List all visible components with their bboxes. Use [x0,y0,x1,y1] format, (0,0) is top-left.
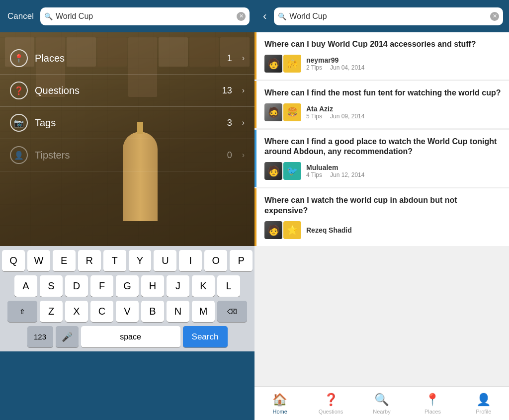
key-j[interactable]: J [167,275,189,297]
key-t[interactable]: T [103,250,126,271]
tips-count: 5 Tips [306,113,322,120]
key-h[interactable]: H [141,275,164,297]
home-icon: 🏠 [272,393,287,407]
questions-tab-icon: ❓ [324,393,339,407]
result-meta: 🧑 🙌 neymar99 2 Tips Jun 04, 2014 [264,55,501,73]
key-r[interactable]: R [78,250,101,271]
result-item[interactable]: Where can I find the most fun tent for w… [254,81,509,128]
key-x[interactable]: X [65,301,88,322]
right-search-bar[interactable]: 🔍 ✕ [274,7,503,25]
search-button[interactable]: Search [183,326,228,347]
tab-questions[interactable]: ❓ Questions [305,393,356,415]
keyboard: Q W E R T Y U I O P A S D F G H J K L ⇧ … [0,246,254,351]
avatar-badge: 🐦 [283,162,301,180]
key-p[interactable]: P [230,250,253,271]
key-w[interactable]: W [27,250,50,271]
avatar-pair: 🧔 🍔 [264,103,301,121]
result-stats: 2 Tips Jun 04, 2014 [306,64,364,71]
key-e[interactable]: E [53,250,76,271]
key-k[interactable]: K [192,275,215,297]
result-username: Mulualem [306,164,364,171]
tipsters-icon: 👤 [10,146,28,164]
result-username: neymar99 [306,56,364,64]
key-v[interactable]: V [116,301,139,322]
result-question: Where can I find the most fun tent for w… [264,88,501,98]
key-n[interactable]: N [167,301,189,322]
key-u[interactable]: U [154,250,176,271]
result-item[interactable]: Where can I find a good place to watch t… [254,130,509,187]
key-shift[interactable]: ⇧ [7,301,37,322]
key-mic[interactable]: 🎤 [56,326,79,347]
key-a[interactable]: A [14,275,37,297]
category-places[interactable]: 📍 Places 1 › [0,42,254,75]
tab-nearby[interactable]: 🔍 Nearby [356,393,407,415]
key-num[interactable]: 123 [27,326,53,347]
tags-count: 3 [227,118,232,128]
result-date: Jun 12, 2014 [330,171,364,178]
places-label: Places [35,53,220,64]
questions-count: 13 [222,85,232,96]
key-b[interactable]: B [141,301,164,322]
questions-arrow: › [242,86,245,95]
right-panel: ‹ 🔍 ✕ Where can I buy World Cup 2014 acc… [254,0,509,420]
tab-profile[interactable]: 👤 Profile [458,393,509,415]
keyboard-row-3: ⇧ Z X C V B N M ⌫ [2,301,253,322]
places-icon: 📍 [10,49,28,67]
questions-tab-label: Questions [319,409,343,415]
results-list: Where can I buy World Cup 2014 accessori… [254,32,509,386]
right-search-input[interactable] [289,12,487,21]
result-info: Ata Aziz 5 Tips Jun 09, 2014 [306,105,364,120]
key-z[interactable]: Z [40,301,63,322]
nearby-icon: 🔍 [374,393,389,407]
tipsters-arrow: › [242,151,245,160]
result-question: Where can I buy World Cup 2014 accessori… [264,39,501,50]
result-username: Ata Aziz [306,105,364,113]
result-meta: 🧑 🐦 Mulualem 4 Tips Jun 12, 2014 [264,162,501,180]
avatar-pair: 🧑 🙌 [264,55,301,73]
category-tipsters: 👤 Tipsters 0 › [0,139,254,171]
result-item[interactable]: Where can I watch the world cup in abdou… [254,188,509,246]
key-q[interactable]: Q [2,250,25,271]
category-tags[interactable]: 📷 Tags 3 › [0,107,254,139]
home-label: Home [273,409,287,415]
left-search-input[interactable] [56,12,234,21]
places-arrow: › [242,54,245,63]
tab-home[interactable]: 🏠 Home [254,393,305,415]
avatar-user: 🧔 [264,103,282,121]
avatar-user: 🧑 [264,55,282,73]
result-info: neymar99 2 Tips Jun 04, 2014 [306,56,364,71]
search-icon: 🔍 [44,12,53,20]
categories-overlay: 📍 Places 1 › ❓ Questions 13 › 📷 Tags 3 › [0,32,254,246]
result-date: Jun 04, 2014 [330,64,364,71]
avatar-badge: ⭐ [283,221,301,239]
key-m[interactable]: M [192,301,215,322]
category-questions[interactable]: ❓ Questions 13 › [0,75,254,107]
avatar-badge: 🙌 [283,55,301,73]
key-i[interactable]: I [179,250,202,271]
tips-count: 4 Tips [306,171,322,178]
key-c[interactable]: C [90,301,113,322]
key-space[interactable]: space [81,326,180,347]
cancel-button[interactable]: Cancel [5,9,36,24]
key-f[interactable]: F [90,275,113,297]
tab-bar: 🏠 Home ❓ Questions 🔍 Nearby 📍 Places 👤 P… [254,386,509,420]
left-panel: Cancel 🔍 ✕ 📍 Places 1 [0,0,254,420]
key-s[interactable]: S [40,275,63,297]
key-y[interactable]: Y [129,250,152,271]
key-delete[interactable]: ⌫ [217,301,247,322]
places-tab-label: Places [424,409,441,415]
key-o[interactable]: O [204,250,227,271]
key-l[interactable]: L [217,275,240,297]
key-d[interactable]: D [65,275,88,297]
avatar-pair: 🧑 ⭐ [264,221,301,239]
result-item[interactable]: Where can I buy World Cup 2014 accessori… [254,32,509,80]
key-g[interactable]: G [116,275,139,297]
right-clear-button[interactable]: ✕ [490,12,499,21]
questions-icon: ❓ [10,82,28,99]
avatar-user: 🧑 [264,221,282,239]
tab-places[interactable]: 📍 Places [407,393,458,415]
back-button[interactable]: ‹ [260,7,269,25]
clear-button[interactable]: ✕ [237,12,246,21]
result-question: Where can I find a good place to watch t… [264,137,501,158]
profile-icon: 👤 [476,393,491,407]
